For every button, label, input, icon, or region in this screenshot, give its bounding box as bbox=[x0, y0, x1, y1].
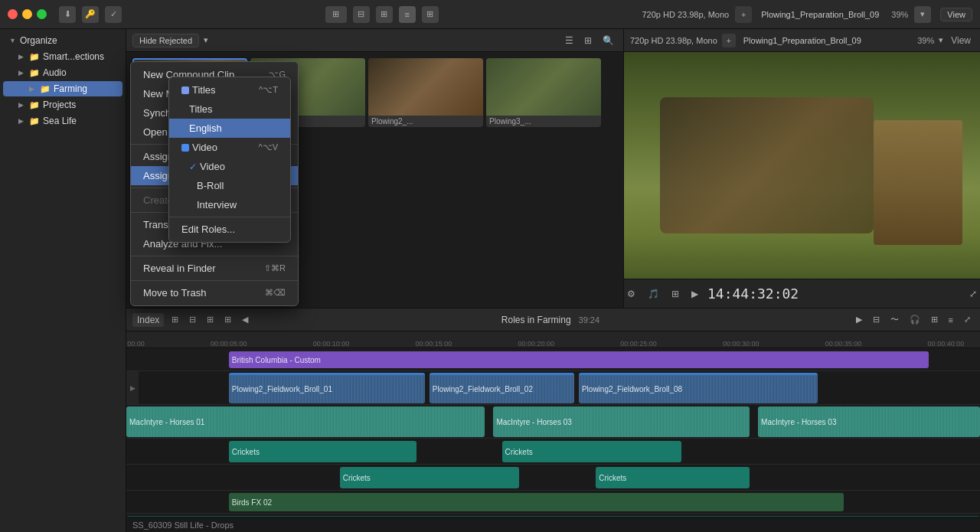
add-dest-button[interactable]: + bbox=[722, 34, 736, 47]
grid-icon[interactable]: ⊞ bbox=[376, 6, 393, 23]
track-clip-horses1[interactable]: MacIntyre - Horses 01 bbox=[126, 406, 485, 437]
ctx-role-titles-dot[interactable]: Titles ^⌥T bbox=[169, 80, 290, 100]
key-icon[interactable]: 🔑 bbox=[82, 6, 99, 23]
tl-nav-left[interactable]: ◀ bbox=[239, 313, 251, 326]
ctx-shortcut: ^⌥V bbox=[259, 142, 279, 152]
clip-thumbnail bbox=[368, 58, 483, 116]
plus-icon[interactable]: + bbox=[735, 6, 752, 23]
clip-label: MacIntyre - Horses 03 bbox=[761, 418, 836, 426]
track-clip-crickets3[interactable]: Crickets bbox=[340, 467, 519, 488]
tl-headphones[interactable]: 🎧 bbox=[906, 313, 923, 326]
video-info: 720p HD 23.98p, Mono bbox=[642, 10, 729, 19]
ctx-label: Interview bbox=[197, 199, 237, 211]
ctx-role-titles-sub[interactable]: Titles bbox=[169, 100, 290, 119]
ctx-label: Edit Roles... bbox=[181, 224, 235, 235]
preview-video bbox=[624, 52, 980, 279]
sidebar-item-projects[interactable]: ▶ 📁 Projects bbox=[3, 97, 122, 113]
ctx-role-interview[interactable]: Interview bbox=[169, 195, 290, 214]
tl-waveform[interactable]: 〜 bbox=[887, 312, 902, 327]
minimize-button[interactable] bbox=[22, 9, 32, 19]
fullscreen-button[interactable]: ⊞ bbox=[668, 287, 682, 301]
clip-label: Birds FX 02 bbox=[232, 498, 272, 507]
ctx-label: Video bbox=[200, 161, 225, 172]
preview-settings-button[interactable]: ⚙ bbox=[624, 287, 639, 301]
preview-audio-button[interactable]: 🎵 bbox=[645, 287, 662, 301]
view-options-button[interactable]: View bbox=[948, 34, 974, 47]
ruler-mark: 00:00:15:00 bbox=[416, 340, 452, 348]
ctx-move-trash[interactable]: Move to Trash ⌘⌫ bbox=[131, 283, 298, 302]
expand-icon[interactable]: ⊟ bbox=[353, 6, 370, 23]
ctx-role-video-check[interactable]: ✓ Video bbox=[169, 157, 290, 176]
sidebar-item-audio[interactable]: ▶ 📁 Audio bbox=[3, 65, 122, 80]
zoom-level: 39% bbox=[891, 10, 908, 19]
library-icon[interactable]: ⊞ bbox=[325, 6, 347, 23]
track-clip-crickets1[interactable]: Crickets bbox=[229, 441, 416, 462]
ruler-mark: 00:00:10:00 bbox=[313, 340, 350, 348]
track-clip-video3[interactable]: Plowing2_Fieldwork_Broll_08 bbox=[579, 373, 818, 403]
tl-btn3[interactable]: ⊞ bbox=[204, 313, 217, 326]
ctx-role-english[interactable]: English bbox=[169, 119, 290, 138]
timeline-ruler: 00:00:00:00 00:00:05:00 00:00:10:00 00:0… bbox=[126, 331, 980, 348]
clip-label: Plowing2_Fieldwork_Broll_01 bbox=[232, 385, 332, 393]
sidebar-section: ▼ Organize ▶ 📁 Smart...ections ▶ 📁 Audio… bbox=[0, 29, 126, 132]
play-button[interactable]: ▶ bbox=[688, 287, 701, 301]
browser-grid-view-button[interactable]: ⊞ bbox=[581, 34, 595, 47]
check-icon[interactable]: ✓ bbox=[105, 6, 122, 23]
hide-rejected-button[interactable]: Hide Rejected bbox=[132, 34, 199, 47]
tl-nav-right[interactable]: ▶ bbox=[853, 313, 865, 326]
tl-list-btn[interactable]: ≡ bbox=[946, 314, 956, 326]
sidebar-item-label: Projects bbox=[43, 100, 76, 110]
preview-expand-button[interactable]: ⤢ bbox=[966, 287, 980, 301]
list-icon[interactable]: ≡ bbox=[399, 6, 416, 23]
track-clip-birds[interactable]: Birds FX 02 bbox=[229, 493, 844, 511]
tl-view-btn[interactable]: ⊞ bbox=[928, 313, 941, 326]
ctx-role-video-dot[interactable]: Video ^⌥V bbox=[169, 138, 290, 157]
sidebar-item-farming[interactable]: ▶ 📁 Farming bbox=[3, 81, 122, 96]
maximize-button[interactable] bbox=[37, 9, 47, 19]
tl-expand-btn[interactable]: ⤢ bbox=[961, 313, 974, 326]
preview-scene bbox=[624, 52, 980, 279]
ctx-label: English bbox=[189, 122, 222, 134]
tl-btn1[interactable]: ⊞ bbox=[168, 313, 181, 326]
adjust-icon[interactable]: ⊞ bbox=[422, 6, 439, 23]
track-clip-video2[interactable]: Plowing2_Fieldwork_Broll_02 bbox=[430, 373, 575, 403]
track-clip-still-life[interactable]: SS_60309 Still Life - Drops bbox=[126, 516, 980, 517]
ruler-mark: 00:00:05:00 bbox=[211, 340, 247, 348]
index-tab[interactable]: Index bbox=[132, 313, 164, 327]
role-color-dot bbox=[181, 144, 189, 152]
tl-btn2[interactable]: ⊟ bbox=[186, 313, 199, 326]
clip-item[interactable]: Plowing2_... bbox=[368, 58, 483, 127]
ctx-edit-roles[interactable]: Edit Roles... bbox=[169, 220, 290, 239]
download-icon[interactable]: ⬇ bbox=[59, 6, 76, 23]
ctx-label: Reveal in Finder bbox=[143, 263, 216, 274]
ctx-label: Move to Trash bbox=[143, 287, 206, 299]
statusbar-text: SS_60309 Still Life - Drops bbox=[132, 521, 234, 530]
sidebar-item-organize[interactable]: ▼ Organize bbox=[3, 33, 122, 48]
video-roles-submenu: Titles ^⌥T Titles English Video ^⌥V ✓ Vi… bbox=[168, 77, 291, 243]
sidebar-item-sea-life[interactable]: ▶ 📁 Sea Life bbox=[3, 113, 122, 129]
track-clip-crickets4[interactable]: Crickets bbox=[596, 467, 750, 488]
sidebar-item-label: Smart...ections bbox=[43, 51, 104, 62]
preview-timecode: 14:44:32:02 bbox=[707, 286, 799, 302]
track-row-crickets2: Crickets Crickets bbox=[126, 465, 980, 491]
clip-label: MacIntyre - Horses 03 bbox=[496, 418, 571, 426]
tl-btn4[interactable]: ⊞ bbox=[221, 313, 234, 326]
ctx-role-broll[interactable]: B-Roll bbox=[169, 176, 290, 195]
ctx-separator bbox=[169, 217, 290, 217]
folder-icon: 📁 bbox=[29, 100, 40, 110]
browser-list-view-button[interactable]: ☰ bbox=[562, 34, 577, 47]
track-clip-horses3[interactable]: MacIntyre - Horses 03 bbox=[758, 406, 980, 437]
track-clip-bc[interactable]: British Columbia - Custom bbox=[229, 351, 929, 368]
track-clip-horses2[interactable]: MacIntyre - Horses 03 bbox=[493, 406, 750, 437]
zoom-dropdown-icon[interactable]: ▾ bbox=[914, 6, 931, 23]
track-clip-video1[interactable]: Plowing2_Fieldwork_Broll_01 bbox=[229, 373, 425, 403]
sidebar-item-smart-collections[interactable]: ▶ 📁 Smart...ections bbox=[3, 49, 122, 64]
close-button[interactable] bbox=[8, 9, 18, 19]
clip-item[interactable]: Plowing3_... bbox=[486, 58, 601, 127]
folder-icon: 📁 bbox=[29, 52, 40, 62]
tl-zoom-out[interactable]: ⊟ bbox=[870, 313, 883, 326]
browser-search-button[interactable]: 🔍 bbox=[599, 34, 617, 47]
ctx-reveal-finder[interactable]: Reveal in Finder ⇧⌘R bbox=[131, 259, 298, 278]
track-clip-crickets2[interactable]: Crickets bbox=[502, 441, 681, 462]
view-button[interactable]: View bbox=[940, 8, 972, 21]
